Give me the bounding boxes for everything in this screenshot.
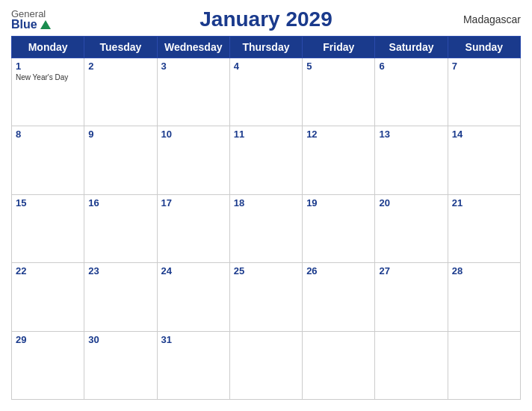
calendar-cell: 23 — [84, 263, 157, 331]
date-number: 2 — [88, 61, 152, 72]
calendar-cell: 5 — [303, 58, 375, 126]
date-number: 29 — [16, 334, 80, 345]
calendar-cell: 19 — [303, 194, 375, 262]
calendar-cell: 9 — [84, 126, 157, 194]
logo-general-text: General — [11, 9, 46, 19]
calendar-cell: 30 — [84, 331, 157, 399]
day-header-monday: Monday — [12, 37, 84, 58]
calendar-cell: 2 — [84, 58, 157, 126]
logo: General Blue — [11, 9, 51, 31]
date-number: 30 — [88, 334, 152, 345]
calendar-cell: 3 — [157, 58, 229, 126]
date-number: 22 — [16, 265, 80, 276]
calendar-cell: 15 — [12, 194, 84, 262]
calendar-week-row: 891011121314 — [12, 126, 521, 194]
calendar-table: MondayTuesdayWednesdayThursdayFridaySatu… — [11, 36, 521, 400]
country-label: Madagascar — [463, 13, 521, 25]
calendar-cell: 12 — [303, 126, 375, 194]
date-number: 1 — [16, 61, 80, 72]
date-number: 20 — [379, 197, 443, 208]
calendar-cell: 25 — [229, 263, 302, 331]
date-number: 7 — [452, 61, 516, 72]
date-number: 13 — [379, 129, 443, 140]
calendar-cell: 10 — [157, 126, 229, 194]
date-number: 18 — [234, 197, 298, 208]
calendar-header: General Blue January 2029 Madagascar — [11, 7, 521, 31]
calendar-cell: 28 — [448, 263, 520, 331]
date-number: 5 — [306, 61, 371, 72]
date-number: 25 — [234, 265, 298, 276]
day-header-sunday: Sunday — [448, 37, 520, 58]
calendar-cell — [448, 331, 520, 399]
date-number: 27 — [379, 265, 443, 276]
calendar-cell: 1New Year's Day — [12, 58, 84, 126]
calendar-cell — [375, 331, 448, 399]
calendar-cell: 29 — [12, 331, 84, 399]
holiday-label: New Year's Day — [16, 73, 80, 81]
day-header-thursday: Thursday — [229, 37, 302, 58]
calendar-cell: 14 — [448, 126, 520, 194]
date-number: 17 — [161, 197, 226, 208]
calendar-cell: 17 — [157, 194, 229, 262]
calendar-cell: 31 — [157, 331, 229, 399]
logo-triangle-icon — [40, 20, 51, 29]
calendar-cell: 4 — [229, 58, 302, 126]
date-number: 14 — [452, 129, 516, 140]
date-number: 26 — [306, 265, 371, 276]
calendar-cell: 26 — [303, 263, 375, 331]
calendar-week-row: 293031 — [12, 331, 521, 399]
calendar-cell — [303, 331, 375, 399]
date-number: 4 — [234, 61, 298, 72]
calendar-cell: 27 — [375, 263, 448, 331]
logo-blue-text: Blue — [11, 19, 51, 31]
calendar-cell: 16 — [84, 194, 157, 262]
date-number: 21 — [452, 197, 516, 208]
calendar-cell: 11 — [229, 126, 302, 194]
calendar-cell: 13 — [375, 126, 448, 194]
date-number: 8 — [16, 129, 80, 140]
date-number: 24 — [161, 265, 226, 276]
calendar-week-row: 1New Year's Day234567 — [12, 58, 521, 126]
day-header-friday: Friday — [303, 37, 375, 58]
calendar-cell: 21 — [448, 194, 520, 262]
calendar-cell: 20 — [375, 194, 448, 262]
day-header-tuesday: Tuesday — [84, 37, 157, 58]
calendar-cell: 18 — [229, 194, 302, 262]
date-number: 31 — [161, 334, 226, 345]
date-number: 16 — [88, 197, 152, 208]
calendar-cell: 8 — [12, 126, 84, 194]
date-number: 10 — [161, 129, 226, 140]
date-number: 19 — [306, 197, 371, 208]
calendar-cell: 22 — [12, 263, 84, 331]
date-number: 23 — [88, 265, 152, 276]
calendar-cell: 6 — [375, 58, 448, 126]
date-number: 15 — [16, 197, 80, 208]
day-header-saturday: Saturday — [375, 37, 448, 58]
day-header-wednesday: Wednesday — [157, 37, 229, 58]
calendar-week-row: 22232425262728 — [12, 263, 521, 331]
calendar-cell — [229, 331, 302, 399]
date-number: 3 — [161, 61, 226, 72]
date-number: 12 — [306, 129, 371, 140]
days-header-row: MondayTuesdayWednesdayThursdayFridaySatu… — [12, 37, 521, 58]
date-number: 6 — [379, 61, 443, 72]
date-number: 28 — [452, 265, 516, 276]
date-number: 9 — [88, 129, 152, 140]
calendar-cell: 7 — [448, 58, 520, 126]
calendar-week-row: 15161718192021 — [12, 194, 521, 262]
page-title: January 2029 — [200, 7, 332, 31]
calendar-cell: 24 — [157, 263, 229, 331]
date-number: 11 — [234, 129, 298, 140]
